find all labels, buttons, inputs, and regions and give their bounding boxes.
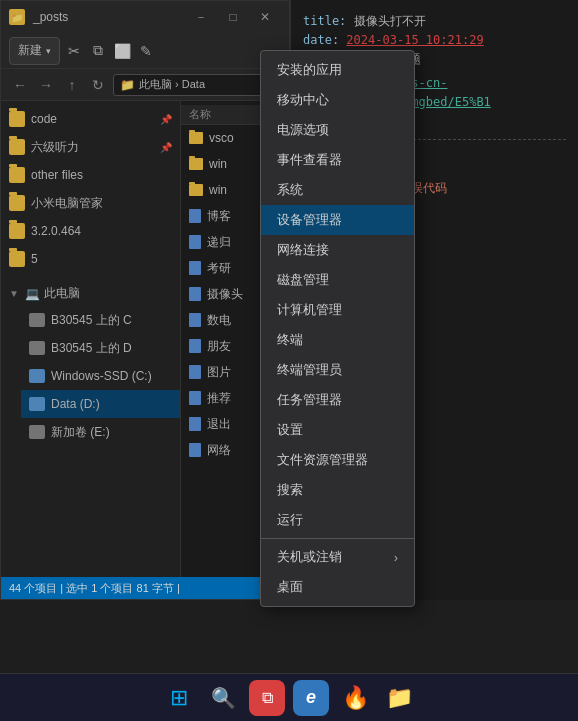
edge-button[interactable]: e bbox=[293, 680, 329, 716]
menu-label: 终端管理员 bbox=[277, 361, 342, 379]
context-menu: 安装的应用 移动中心 电源选项 事件查看器 系统 设备管理器 网络连接 磁盘管理… bbox=[260, 50, 415, 607]
menu-label: 安装的应用 bbox=[277, 61, 342, 79]
menu-label: 运行 bbox=[277, 511, 303, 529]
menu-item-terminal[interactable]: 终端 bbox=[261, 325, 414, 355]
menu-item-run[interactable]: 运行 bbox=[261, 505, 414, 535]
menu-label: 设备管理器 bbox=[277, 211, 342, 229]
menu-label: 文件资源管理器 bbox=[277, 451, 368, 469]
taskbar: ⊞ 🔍 ⧉ e 🔥 📁 bbox=[0, 673, 578, 721]
menu-label: 搜索 bbox=[277, 481, 303, 499]
task-view-button[interactable]: ⧉ bbox=[249, 680, 285, 716]
menu-label: 桌面 bbox=[277, 578, 303, 596]
menu-label: 网络连接 bbox=[277, 241, 329, 259]
menu-item-computer-management[interactable]: 计算机管理 bbox=[261, 295, 414, 325]
menu-item-network[interactable]: 网络连接 bbox=[261, 235, 414, 265]
menu-item-device-manager[interactable]: 设备管理器 bbox=[261, 205, 414, 235]
menu-label: 移动中心 bbox=[277, 91, 329, 109]
task-view-icon: ⧉ bbox=[262, 689, 273, 707]
menu-item-search[interactable]: 搜索 bbox=[261, 475, 414, 505]
menu-item-task-manager[interactable]: 任务管理器 bbox=[261, 385, 414, 415]
flame-button[interactable]: 🔥 bbox=[337, 680, 373, 716]
search-taskbar-button[interactable]: 🔍 bbox=[205, 680, 241, 716]
folder-button[interactable]: 📁 bbox=[381, 680, 417, 716]
menu-label: 终端 bbox=[277, 331, 303, 349]
menu-item-system[interactable]: 系统 bbox=[261, 175, 414, 205]
menu-separator bbox=[261, 538, 414, 539]
menu-item-settings[interactable]: 设置 bbox=[261, 415, 414, 445]
menu-label: 计算机管理 bbox=[277, 301, 342, 319]
menu-item-terminal-admin[interactable]: 终端管理员 bbox=[261, 355, 414, 385]
menu-label: 任务管理器 bbox=[277, 391, 342, 409]
menu-label: 系统 bbox=[277, 181, 303, 199]
menu-label: 设置 bbox=[277, 421, 303, 439]
windows-icon: ⊞ bbox=[170, 685, 188, 711]
menu-item-power[interactable]: 电源选项 bbox=[261, 115, 414, 145]
menu-label: 关机或注销 bbox=[277, 548, 342, 566]
folder-icon: 📁 bbox=[386, 685, 413, 711]
search-icon: 🔍 bbox=[211, 686, 236, 710]
menu-item-desktop[interactable]: 桌面 bbox=[261, 572, 414, 602]
menu-item-event-viewer[interactable]: 事件查看器 bbox=[261, 145, 414, 175]
menu-item-installed-apps[interactable]: 安装的应用 bbox=[261, 55, 414, 85]
menu-item-mobility[interactable]: 移动中心 bbox=[261, 85, 414, 115]
menu-label: 电源选项 bbox=[277, 121, 329, 139]
menu-label: 磁盘管理 bbox=[277, 271, 329, 289]
menu-item-shutdown[interactable]: 关机或注销 › bbox=[261, 542, 414, 572]
start-button[interactable]: ⊞ bbox=[161, 680, 197, 716]
menu-label: 事件查看器 bbox=[277, 151, 342, 169]
menu-item-file-explorer[interactable]: 文件资源管理器 bbox=[261, 445, 414, 475]
menu-item-disk[interactable]: 磁盘管理 bbox=[261, 265, 414, 295]
flame-icon: 🔥 bbox=[342, 685, 369, 711]
edge-icon: e bbox=[306, 687, 316, 708]
submenu-arrow: › bbox=[394, 550, 398, 565]
